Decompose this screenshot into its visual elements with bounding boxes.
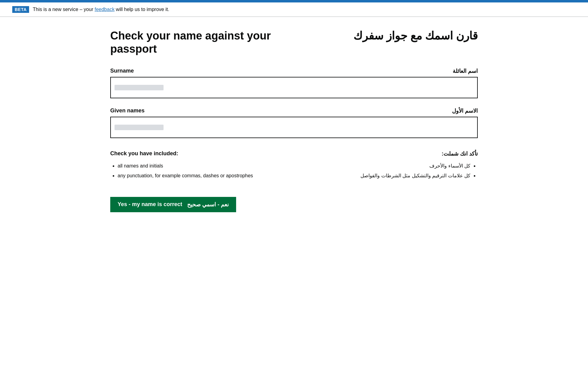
check-header-en: Check you have included: <box>110 150 178 157</box>
given-names-label-ar: الاسم الأول <box>452 107 478 114</box>
top-bar <box>0 0 588 2</box>
list-item: any punctuation, for example commas, das… <box>118 172 253 180</box>
given-names-label-row: Given names الاسم الأول <box>110 107 478 114</box>
submit-button[interactable]: Yes - my name is correct نعم - اسمي صحيح <box>110 197 236 212</box>
surname-input[interactable] <box>110 77 478 98</box>
page-title-ar: قارن اسمك مع جواز سفرك <box>353 29 478 42</box>
given-names-label-en: Given names <box>110 107 145 114</box>
check-list-en: all names and initials any punctuation, … <box>110 162 253 181</box>
check-header-ar: تأكد انك شملت: <box>442 150 478 157</box>
beta-text: This is a new service – your feedback wi… <box>33 7 169 12</box>
list-item: all names and initials <box>118 162 253 170</box>
given-names-input[interactable] <box>110 117 478 138</box>
list-item-ar: كل الأسماء والأحرف <box>360 162 470 170</box>
feedback-link[interactable]: feedback <box>95 7 115 12</box>
page-title-en: Check your name against your passport <box>110 29 282 55</box>
beta-tag: BETA <box>12 6 29 13</box>
surname-label-row: Surname اسم العائلة <box>110 68 478 74</box>
submit-label-ar: نعم - اسمي صحيح <box>187 201 229 208</box>
check-header-row: Check you have included: تأكد انك شملت: <box>110 150 478 157</box>
check-list-ar: كل الأسماء والأحرف كل علامات الترقيم وال… <box>360 162 478 181</box>
submit-label-en: Yes - my name is correct <box>118 201 182 208</box>
page-header: Check your name against your passport قا… <box>110 29 478 55</box>
check-lists: all names and initials any punctuation, … <box>110 162 478 181</box>
surname-section: Surname اسم العائلة <box>110 68 478 98</box>
beta-banner: BETA This is a new service – your feedba… <box>0 2 588 17</box>
surname-label-en: Surname <box>110 68 134 74</box>
main-content: Check your name against your passport قا… <box>98 17 490 231</box>
list-item-ar: كل علامات الترقيم والتشكيل مثل الشرطات و… <box>360 172 470 180</box>
check-section: Check you have included: تأكد انك شملت: … <box>110 150 478 181</box>
surname-label-ar: اسم العائلة <box>453 68 478 74</box>
given-names-section: Given names الاسم الأول <box>110 107 478 138</box>
